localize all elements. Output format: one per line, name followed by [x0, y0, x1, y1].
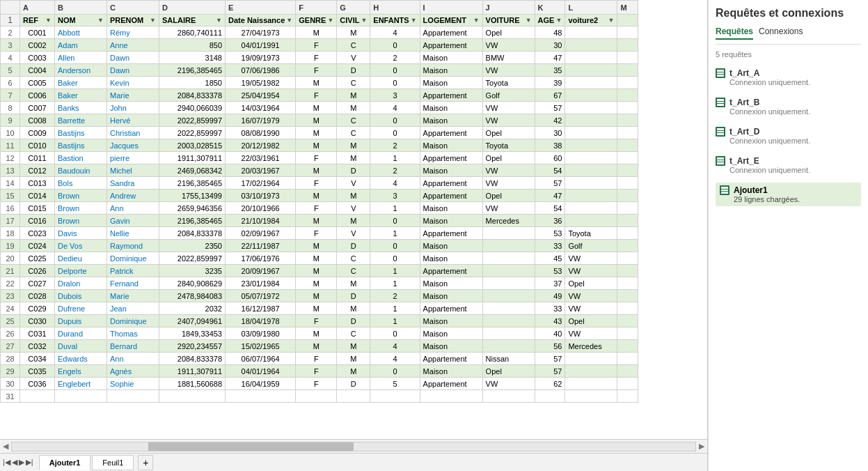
cell-datenaissance[interactable]: 19/05/1982: [226, 77, 296, 89]
cell-genre[interactable]: F: [296, 89, 337, 102]
cell-prenom[interactable]: Patrick: [107, 265, 159, 277]
cell-genre[interactable]: M: [296, 215, 337, 227]
sheet-container[interactable]: A B C D E F G H I J K L M 1 R: [0, 0, 707, 439]
cell-civil[interactable]: M: [337, 139, 370, 152]
cell-age[interactable]: 33: [535, 240, 565, 252]
cell-datenaissance[interactable]: 03/10/1973: [226, 190, 296, 202]
cell-age[interactable]: 37: [535, 277, 565, 290]
cell-logement[interactable]: Appartement: [420, 177, 482, 190]
row-number[interactable]: 10: [1, 127, 20, 139]
cell-age[interactable]: 57: [535, 177, 565, 190]
cell-datenaissance[interactable]: 20/03/1967: [226, 164, 296, 177]
cell-prenom[interactable]: Marie: [107, 290, 159, 302]
row-number[interactable]: 13: [1, 164, 20, 177]
cell-nom[interactable]: Delporte: [55, 265, 107, 277]
cell-genre[interactable]: M: [296, 77, 337, 89]
cell-ref[interactable]: C031: [20, 327, 55, 340]
cell-genre[interactable]: M: [296, 327, 337, 340]
panel-tab-connections[interactable]: Connexions: [759, 26, 803, 40]
cell-voiture[interactable]: Mercedes: [482, 215, 535, 227]
cell-nom[interactable]: Dralon: [55, 277, 107, 290]
empty-cell[interactable]: [226, 390, 296, 403]
cell-voiture[interactable]: [482, 277, 535, 290]
cell-m[interactable]: [617, 114, 638, 127]
cell-enfants[interactable]: 3: [370, 190, 420, 202]
cell-voiture2[interactable]: VW: [565, 290, 617, 302]
cell-civil[interactable]: D: [337, 315, 370, 327]
cell-genre[interactable]: F: [296, 227, 337, 240]
cell-datenaissance[interactable]: 21/10/1984: [226, 215, 296, 227]
row-number[interactable]: 21: [1, 265, 20, 277]
cell-civil[interactable]: D: [337, 378, 370, 390]
cell-salaire[interactable]: 1881,560688: [159, 378, 226, 390]
cell-prenom[interactable]: Dominique: [107, 315, 159, 327]
field-prenom[interactable]: PRENOM▼: [107, 15, 159, 26]
col-header-k[interactable]: K: [535, 1, 565, 15]
cell-enfants[interactable]: 2: [370, 164, 420, 177]
cell-voiture[interactable]: VW: [482, 202, 535, 215]
cell-datenaissance[interactable]: 20/12/1982: [226, 139, 296, 152]
empty-cell[interactable]: [370, 390, 420, 403]
sheet-nav-arrows[interactable]: |◀ ◀ ▶ ▶|: [3, 458, 33, 467]
query-item-q5[interactable]: Ajouter129 lignes chargées.: [716, 183, 861, 206]
row-number[interactable]: 6: [1, 77, 20, 89]
col-header-j[interactable]: J: [482, 1, 535, 15]
cell-voiture2[interactable]: [565, 190, 617, 202]
cell-datenaissance[interactable]: 18/04/1978: [226, 315, 296, 327]
cell-datenaissance[interactable]: 03/09/1980: [226, 327, 296, 340]
cell-voiture[interactable]: Golf: [482, 89, 535, 102]
cell-enfants[interactable]: 0: [370, 64, 420, 77]
field-ref[interactable]: REF▼: [20, 15, 55, 26]
cell-voiture[interactable]: Opel: [482, 26, 535, 39]
cell-salaire[interactable]: 2469,068342: [159, 164, 226, 177]
cell-voiture2[interactable]: [565, 52, 617, 64]
cell-ref[interactable]: C003: [20, 52, 55, 64]
cell-nom[interactable]: Bastijns: [55, 127, 107, 139]
cell-civil[interactable]: V: [337, 52, 370, 64]
cell-age[interactable]: 43: [535, 315, 565, 327]
cell-enfants[interactable]: 5: [370, 378, 420, 390]
cell-voiture2[interactable]: [565, 202, 617, 215]
cell-m[interactable]: [617, 26, 638, 39]
cell-nom[interactable]: Dupuis: [55, 315, 107, 327]
row-number[interactable]: 8: [1, 102, 20, 114]
cell-ref[interactable]: C008: [20, 114, 55, 127]
cell-nom[interactable]: Baker: [55, 77, 107, 89]
cell-ref[interactable]: C010: [20, 139, 55, 152]
cell-logement[interactable]: Maison: [420, 64, 482, 77]
cell-civil[interactable]: C: [337, 127, 370, 139]
cell-salaire[interactable]: 2084,833378: [159, 89, 226, 102]
cell-genre[interactable]: M: [296, 302, 337, 315]
cell-datenaissance[interactable]: 19/09/1973: [226, 52, 296, 64]
cell-enfants[interactable]: 1: [370, 202, 420, 215]
query-item-q1[interactable]: t_Art_AConnexion uniquement.: [716, 65, 861, 89]
cell-m[interactable]: [617, 240, 638, 252]
cell-age[interactable]: 53: [535, 265, 565, 277]
cell-datenaissance[interactable]: 16/07/1979: [226, 114, 296, 127]
cell-civil[interactable]: V: [337, 202, 370, 215]
cell-prenom[interactable]: Raymond: [107, 240, 159, 252]
cell-voiture[interactable]: [482, 252, 535, 265]
cell-logement[interactable]: Maison: [420, 102, 482, 114]
empty-cell[interactable]: [296, 390, 337, 403]
row-number[interactable]: 15: [1, 190, 20, 202]
query-item-q3[interactable]: t_Art_DConnexion uniquement.: [716, 124, 861, 148]
cell-prenom[interactable]: John: [107, 102, 159, 114]
row-number[interactable]: 19: [1, 240, 20, 252]
horizontal-scrollbar[interactable]: ◀ ▶: [0, 439, 707, 453]
cell-ref[interactable]: C035: [20, 365, 55, 378]
cell-enfants[interactable]: 1: [370, 265, 420, 277]
cell-nom[interactable]: Allen: [55, 52, 107, 64]
cell-ref[interactable]: C016: [20, 215, 55, 227]
cell-datenaissance[interactable]: 14/03/1964: [226, 102, 296, 114]
cell-nom[interactable]: Dufrene: [55, 302, 107, 315]
cell-voiture[interactable]: VW: [482, 39, 535, 52]
cell-ref[interactable]: C013: [20, 177, 55, 190]
cell-voiture2[interactable]: [565, 215, 617, 227]
cell-voiture2[interactable]: [565, 114, 617, 127]
cell-genre[interactable]: F: [296, 315, 337, 327]
col-header-c[interactable]: C: [107, 1, 159, 15]
cell-ref[interactable]: C001: [20, 26, 55, 39]
cell-ref[interactable]: C009: [20, 127, 55, 139]
cell-prenom[interactable]: Fernand: [107, 277, 159, 290]
